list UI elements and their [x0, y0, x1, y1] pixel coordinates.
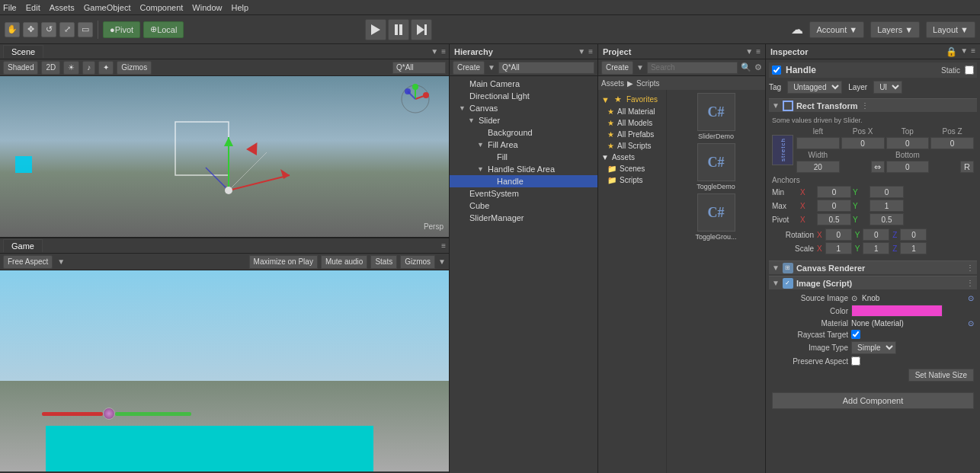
canvas-renderer-section-header[interactable]: ▼ ⊞ Canvas Renderer ⋮	[769, 260, 977, 274]
rt-min-y[interactable]: 0	[870, 186, 904, 198]
hierarchy-item-main-camera[interactable]: Main Camera	[450, 78, 597, 90]
hierarchy-item-handle-slide-area[interactable]: ▼ Handle Slide Area	[450, 163, 597, 175]
shading-button[interactable]: Shaded	[3, 61, 38, 75]
project-menu-icon[interactable]: ≡	[756, 47, 761, 56]
stretch-widget[interactable]: stretch	[772, 135, 793, 165]
project-collapse-icon[interactable]: ▼	[745, 47, 753, 56]
rect-transform-section-header[interactable]: ▼ Rect Transform ⋮	[769, 98, 977, 112]
stats-button[interactable]: Stats	[370, 255, 397, 269]
maximize-on-play-button[interactable]: Maximize on Play	[249, 255, 318, 269]
breadcrumb-scripts[interactable]: Scripts	[636, 79, 660, 88]
rect-tool[interactable]: ▭	[78, 22, 93, 37]
hierarchy-item-fill-area[interactable]: ▼ Fill Area	[450, 139, 597, 151]
project-search-input[interactable]	[647, 62, 738, 74]
audio-button[interactable]: ♪	[82, 61, 95, 75]
rt-constrain-btn[interactable]: ⇔	[871, 161, 885, 173]
menu-window[interactable]: Window	[192, 3, 222, 12]
tag-select[interactable]: Untagged	[787, 81, 842, 94]
hierarchy-item-directional-light[interactable]: Directional Light	[450, 90, 597, 102]
hierarchy-create-button[interactable]: Create	[453, 61, 485, 75]
local-button[interactable]: ⊕ Local	[143, 21, 184, 38]
menu-file[interactable]: File	[3, 3, 17, 12]
slider-handle[interactable]	[103, 407, 115, 420]
gizmos-button[interactable]: Gizmos	[117, 61, 152, 75]
tree-all-scripts[interactable]: ★ All Scripts	[598, 140, 666, 152]
move-tool[interactable]: ✥	[23, 22, 38, 37]
account-button[interactable]: Account ▼	[809, 21, 864, 38]
source-image-pick-btn[interactable]: ⊙	[968, 294, 974, 302]
scale-tool[interactable]: ⤢	[59, 22, 75, 37]
2d-button[interactable]: 2D	[41, 61, 60, 75]
inspector-collapse-icon[interactable]: ▼	[960, 46, 968, 57]
rt-scale-y[interactable]: 1	[863, 242, 889, 254]
fx-button[interactable]: ✦	[98, 61, 114, 75]
hierarchy-item-background[interactable]: Background	[450, 126, 597, 139]
raycast-checkbox[interactable]	[851, 330, 860, 339]
breadcrumb-assets[interactable]: Assets	[601, 79, 624, 88]
rotate-tool[interactable]: ↺	[41, 22, 56, 37]
layout-button[interactable]: Layout ▼	[926, 21, 975, 38]
layer-select[interactable]: UI	[873, 81, 902, 94]
rt-pivot-x[interactable]: 0.5	[817, 213, 851, 225]
menu-assets[interactable]: Assets	[50, 3, 75, 12]
image-script-section-header[interactable]: ▼ ✓ Image (Script) ⋮	[769, 276, 977, 289]
asset-toggle-group[interactable]: C# ToggleGrou...	[693, 193, 739, 241]
play-button[interactable]	[365, 19, 386, 40]
hierarchy-item-handle[interactable]: Handle	[450, 175, 597, 187]
hierarchy-item-canvas[interactable]: ▼ Canvas	[450, 102, 597, 114]
hierarchy-item-cube[interactable]: Cube	[450, 200, 597, 212]
rt-rot-y[interactable]: 0	[863, 229, 889, 241]
project-settings-icon[interactable]: ⚙	[754, 62, 762, 72]
hierarchy-collapse-icon[interactable]: ▼	[578, 47, 585, 56]
rt-max-y[interactable]: 1	[870, 200, 904, 212]
game-panel-menu[interactable]: ≡	[441, 241, 446, 250]
hierarchy-item-slider[interactable]: ▼ Slider	[450, 114, 597, 126]
rt-val-left[interactable]	[796, 137, 840, 149]
gameobject-active-checkbox[interactable]	[772, 66, 781, 75]
rt-val-top[interactable]: 0	[886, 137, 930, 149]
rt-val-width[interactable]: 20	[796, 161, 840, 173]
image-script-menu-icon[interactable]: ⋮	[966, 279, 974, 287]
menu-help[interactable]: Help	[231, 3, 248, 12]
hierarchy-item-eventsystem[interactable]: EventSystem	[450, 187, 597, 200]
rt-max-x[interactable]: 0	[817, 200, 851, 212]
step-button[interactable]	[411, 19, 432, 40]
cloud-button[interactable]: ☁	[791, 22, 803, 37]
project-create-button[interactable]: Create	[601, 61, 633, 75]
hand-tool[interactable]: ✋	[5, 22, 20, 37]
image-type-select[interactable]: Simple	[851, 341, 896, 354]
tree-favorites[interactable]: ▼ ★ Favorites	[598, 93, 666, 106]
aspect-button[interactable]: Free Aspect	[3, 255, 53, 269]
tree-scripts-folder[interactable]: 📁 Scripts	[598, 174, 666, 186]
game-tab[interactable]: Game	[3, 239, 43, 252]
canvas-renderer-menu-icon[interactable]: ⋮	[966, 264, 974, 272]
game-canvas[interactable]	[0, 270, 449, 471]
hierarchy-item-slider-manager[interactable]: SliderManager	[450, 212, 597, 224]
menu-component[interactable]: Component	[139, 3, 183, 12]
rt-val-posx[interactable]: 0	[841, 137, 885, 149]
preserve-aspect-checkbox[interactable]	[851, 356, 860, 366]
hierarchy-search-input[interactable]	[498, 62, 594, 74]
color-swatch[interactable]	[851, 305, 943, 317]
tree-all-models[interactable]: ★ All Models	[598, 117, 666, 129]
tree-all-material[interactable]: ★ All Material	[598, 106, 666, 117]
menu-gameobject[interactable]: GameObject	[84, 3, 131, 12]
material-pick-btn[interactable]: ⊙	[968, 319, 974, 328]
rt-val-posz[interactable]: 0	[930, 137, 974, 149]
menu-edit[interactable]: Edit	[26, 3, 40, 12]
set-native-size-button[interactable]: Set Native Size	[908, 369, 974, 382]
rt-scale-z[interactable]: 1	[900, 242, 927, 254]
mute-audio-button[interactable]: Mute audio	[321, 255, 367, 269]
pause-button[interactable]	[388, 19, 409, 40]
scene-canvas[interactable]: Persp	[0, 76, 450, 237]
pivot-button[interactable]: ● Pivot	[103, 21, 140, 38]
asset-toggle-demo[interactable]: C# ToggleDemo	[693, 143, 739, 190]
rt-scale-x[interactable]: 1	[825, 242, 852, 254]
tree-scenes[interactable]: 📁 Scenes	[598, 163, 666, 174]
rt-pivot-y[interactable]: 0.5	[870, 213, 904, 225]
rt-constrain-btn2[interactable]: R	[960, 161, 974, 173]
static-checkbox[interactable]	[965, 66, 974, 75]
scene-panel-menu[interactable]: ≡	[441, 47, 446, 56]
rt-rot-x[interactable]: 0	[825, 229, 852, 241]
rt-min-x[interactable]: 0	[817, 186, 851, 198]
